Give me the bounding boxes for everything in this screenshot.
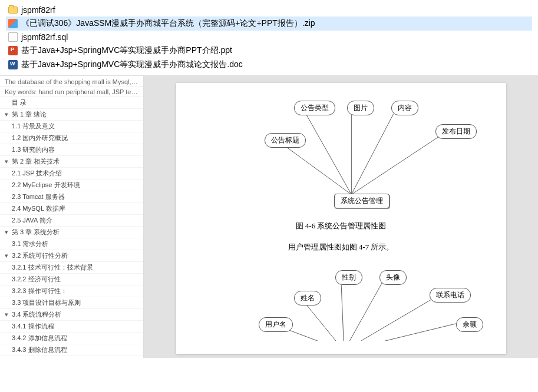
ppt-icon — [8, 46, 18, 55]
expand-icon[interactable]: ▾ — [5, 228, 12, 236]
file-row[interactable]: 基于Java+Jsp+SpringMVC等实现漫威手办商城论文报告.doc — [6, 58, 532, 72]
diagram-node: 公告标题 — [265, 133, 306, 148]
outline-item[interactable]: 2.5 JAVA 简介 — [0, 215, 143, 227]
diagram-node: 公告类型 — [294, 101, 335, 115]
outline-label: 2.3 Tomcat 服务器 — [12, 192, 65, 201]
expand-icon[interactable]: ▾ — [5, 111, 12, 118]
expand-icon[interactable]: ▾ — [5, 158, 12, 165]
outline-item[interactable]: 2.1 JSP 技术介绍 — [0, 168, 143, 180]
file-row[interactable]: 《已调试306》JavaSSM漫威手办商城平台系统（完整源码+论文+PPT报告）… — [6, 16, 532, 31]
svg-line-6 — [344, 283, 382, 341]
diagram-node: 发布日期 — [435, 124, 477, 139]
outline-item[interactable]: 3.2.3 操作可行性： — [0, 285, 143, 297]
outline-label: 第 4 章 系统设计 — [12, 357, 60, 358]
outline-label: 3.1 需求分析 — [12, 240, 48, 248]
folder-icon — [8, 5, 18, 15]
outline-label: 3.2 系统可行性分析 — [12, 251, 68, 260]
outline-item[interactable]: 3.1 需求分析 — [0, 238, 143, 250]
outline-header: The database of the shopping mall is Mys… — [0, 77, 143, 87]
outline-label: 第 1 章 绪论 — [12, 110, 47, 119]
doc-page: 公告类型 图片 内容 公告标题 发布日期 系统公告管理 图 4-6 系统公告管理… — [176, 83, 506, 354]
file-name: jspmf82rf — [21, 5, 55, 15]
file-name: 《已调试306》JavaSSM漫威手办商城平台系统（完整源码+论文+PPT报告）… — [21, 18, 315, 29]
document-pane[interactable]: 公告类型 图片 内容 公告标题 发布日期 系统公告管理 图 4-6 系统公告管理… — [144, 76, 538, 358]
file-row[interactable]: jspmf82rf.sql — [6, 31, 532, 44]
outline-panel[interactable]: The database of the shopping mall is Mys… — [0, 76, 144, 358]
diagram-node: 余额 — [456, 317, 483, 332]
diagram-node: 内容 — [391, 101, 418, 115]
outline-item[interactable]: ▾第 4 章 系统设计 — [0, 356, 143, 358]
outline-item[interactable]: ▾第 1 章 绪论 — [0, 109, 143, 121]
svg-line-8 — [344, 297, 436, 341]
file-name: jspmf82rf.sql — [21, 32, 68, 42]
outline-label: 3.4 系统流程分析 — [12, 310, 61, 319]
outline-item[interactable]: 2.4 MySQL 数据库 — [0, 203, 143, 215]
file-row[interactable]: 基于Java+Jsp+SpringMVC等实现漫威手办商PPT介绍.ppt — [6, 44, 532, 58]
outline-item[interactable]: 3.2.1 技术可行性：技术背景 — [0, 262, 143, 274]
outline-label: 3.4.3 删除信息流程 — [12, 346, 67, 354]
outline-label: 1.2 国内外研究概况 — [12, 134, 68, 142]
figure-caption: 图 4-6 系统公告管理属性图 — [182, 221, 500, 231]
outline-item[interactable]: 2.3 Tomcat 服务器 — [0, 191, 143, 203]
outline-item[interactable]: 3.3 项目设计目标与原则 — [0, 297, 143, 309]
outline-label: 1.1 背景及意义 — [12, 122, 55, 131]
svg-line-5 — [341, 283, 344, 341]
outline-label: 2.5 JAVA 简介 — [12, 216, 52, 225]
outline-item[interactable]: 3.4.2 添加信息流程 — [0, 333, 143, 344]
outline-item[interactable]: ▾3.4 系统流程分析 — [0, 309, 143, 321]
diagram-node: 用户名 — [259, 317, 293, 332]
attribute-diagram-2: 性别 头像 姓名 联系电话 用户名 余额 — [182, 270, 500, 341]
svg-line-3 — [279, 142, 351, 195]
diagram-node: 联系电话 — [430, 288, 471, 303]
file-icon — [8, 32, 18, 42]
outline-item[interactable]: ▾3.2 系统可行性分析 — [0, 250, 143, 262]
svg-line-10 — [344, 324, 456, 341]
outline-label: 2.4 MySQL 数据库 — [12, 204, 65, 213]
outline-item[interactable]: 2.2 MyEclipse 开发环境 — [0, 180, 143, 191]
file-list: jspmf82rf 《已调试306》JavaSSM漫威手办商城平台系统（完整源码… — [0, 0, 538, 75]
outline-label: 3.2.3 操作可行性： — [12, 287, 67, 295]
outline-label: 目 录 — [12, 98, 27, 107]
svg-line-4 — [351, 134, 442, 194]
outline-label: 第 3 章 系统分析 — [12, 228, 60, 237]
outline-item[interactable]: 目 录 — [0, 97, 143, 109]
outline-item[interactable]: 3.4.1 操作流程 — [0, 321, 143, 333]
expand-icon[interactable]: ▾ — [5, 311, 12, 318]
outline-label: 3.4.1 操作流程 — [12, 322, 54, 331]
svg-line-0 — [306, 114, 351, 195]
outline-item[interactable]: 1.2 国内外研究概况 — [0, 132, 143, 144]
file-name: 基于Java+Jsp+SpringMVC等实现漫威手办商城论文报告.doc — [21, 59, 243, 70]
diagram-node: 性别 — [335, 270, 362, 285]
outline-item[interactable]: 1.3 研究的内容 — [0, 144, 143, 156]
zip-icon — [8, 19, 18, 28]
outline-label: 3.2.1 技术可行性：技术背景 — [12, 263, 93, 272]
diagram-node: 图片 — [347, 101, 374, 115]
outline-label: 第 2 章 相关技术 — [12, 157, 60, 166]
document-viewer: The database of the shopping mall is Mys… — [0, 75, 538, 358]
file-name: 基于Java+Jsp+SpringMVC等实现漫威手办商PPT介绍.ppt — [21, 45, 232, 56]
outline-item[interactable]: 3.4.3 删除信息流程 — [0, 344, 143, 356]
outline-label: 3.4.2 添加信息流程 — [12, 334, 67, 343]
outline-item[interactable]: ▾第 3 章 系统分析 — [0, 227, 143, 238]
outline-label: 3.2.2 经济可行性 — [12, 275, 61, 284]
svg-line-2 — [351, 114, 393, 195]
outline-label: 1.3 研究的内容 — [12, 145, 55, 154]
outline-label: 3.3 项目设计目标与原则 — [12, 298, 81, 307]
diagram-node: 头像 — [379, 270, 407, 285]
diagram-node-center: 系统公告管理 — [334, 194, 390, 208]
doc-icon — [8, 60, 18, 69]
file-row[interactable]: jspmf82rf — [6, 4, 532, 16]
outline-label: 2.1 JSP 技术介绍 — [12, 169, 62, 178]
outline-item[interactable]: 3.2.2 经济可行性 — [0, 274, 143, 285]
outline-item[interactable]: 1.1 背景及意义 — [0, 121, 143, 132]
expand-icon[interactable]: ▾ — [5, 252, 12, 260]
outline-label: 2.2 MyEclipse 开发环境 — [12, 181, 80, 190]
outline-header: Key words: hand run peripheral mall, JSP… — [0, 87, 143, 97]
attribute-diagram-1: 公告类型 图片 内容 公告标题 发布日期 系统公告管理 — [182, 95, 500, 212]
outline-item[interactable]: ▾第 2 章 相关技术 — [0, 156, 143, 168]
body-text: 用户管理属性图如图 4-7 所示。 — [182, 242, 500, 253]
diagram-node: 姓名 — [294, 291, 321, 305]
